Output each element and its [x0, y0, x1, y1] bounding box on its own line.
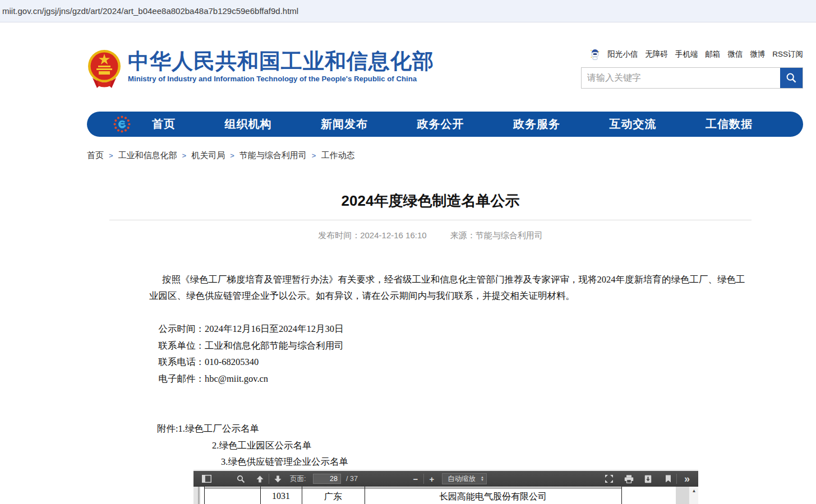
browser-address-bar[interactable]: miit.gov.cn/jgsj/jns/gzdt/art/2024/art_b…: [0, 0, 816, 22]
viewer-left-gutter: [193, 487, 198, 504]
site-container: 中华人民共和国工业和信息化部 Ministry of Industry and …: [87, 23, 803, 161]
download-icon: [644, 475, 652, 483]
breadcrumb-departments[interactable]: 机关司局: [191, 150, 225, 161]
pdf-next-page-button[interactable]: [271, 471, 284, 487]
breadcrumb-separator: >: [230, 151, 234, 160]
scrollbar-up-arrow[interactable]: ▲: [689, 488, 698, 493]
quick-link-weibo[interactable]: 微博: [750, 49, 765, 59]
bookmark-icon: [665, 475, 671, 483]
presentation-mode-button[interactable]: [602, 471, 616, 487]
contact-info: 公示时间：2024年12月16日至2024年12月30日 联系单位：工业和信息化…: [109, 321, 752, 387]
table-cell-serial-number: 1031: [260, 491, 302, 501]
site-title-en: Ministry of Industry and Information Tec…: [128, 75, 434, 83]
pdf-toolbar: 页面: / 37 − + 自动缩放 ▲▼: [193, 471, 698, 487]
article-meta: 发布时间：2024-12-16 16:10 来源：节能与综合利用司: [109, 230, 752, 241]
zoom-mode-select[interactable]: 自动缩放 ▲▼: [442, 473, 487, 484]
attachment-green-industrial-park[interactable]: 2.绿色工业园区公示名单: [212, 437, 752, 454]
site-title-cn: 中华人民共和国工业和信息化部: [128, 50, 434, 72]
zoom-out-button[interactable]: −: [410, 471, 421, 487]
breadcrumb-separator: >: [109, 151, 113, 160]
nav-item-organization[interactable]: 组织机构: [225, 117, 272, 132]
breadcrumb-work-news[interactable]: 工作动态: [321, 150, 354, 161]
select-spinner-icon: ▲▼: [481, 476, 486, 482]
zoom-mode-value: 自动缩放: [442, 474, 481, 484]
info-contact-phone: 联系电话：010-68205340: [149, 354, 752, 371]
breadcrumb-separator: >: [182, 151, 187, 160]
search-icon: [237, 475, 245, 483]
arrow-up-icon: [256, 475, 264, 483]
pdf-find-button[interactable]: [234, 471, 247, 487]
attachment-green-factory[interactable]: 附件:1.绿色工厂公示名单: [157, 420, 752, 437]
title-divider: [109, 220, 752, 220]
quick-link-rss[interactable]: RSS订阅: [772, 49, 803, 59]
search-icon: [786, 72, 797, 84]
site-titles: 中华人民共和国工业和信息化部 Ministry of Industry and …: [128, 50, 434, 83]
header-quick-links: 阳光小信 无障碍 手机端 邮箱 微信 微博 RSS订阅: [589, 49, 803, 60]
page-edge-shadow: [198, 487, 200, 504]
page-number-input[interactable]: [313, 474, 341, 484]
search-input[interactable]: [582, 68, 780, 88]
nav-items: 首页 组织机构 新闻发布 政务公开 政务服务 互动交流 工信数据: [152, 112, 753, 137]
info-contact-unit: 联系单位：工业和信息化部节能与综合利用司: [149, 337, 752, 354]
info-contact-email: 电子邮件：hbc@miit.gov.cn: [149, 371, 752, 387]
table-column-border: [621, 487, 622, 504]
pdf-viewer: 页面: / 37 − + 自动缩放 ▲▼: [193, 470, 698, 504]
mascot-robot-icon: [589, 49, 600, 60]
toolbar-more-button[interactable]: »: [680, 471, 694, 487]
pdf-previous-page-button[interactable]: [253, 471, 266, 487]
miit-gear-logo-icon[interactable]: [113, 115, 131, 133]
download-button[interactable]: [641, 471, 654, 487]
nav-item-gov-open[interactable]: 政务公开: [417, 117, 464, 132]
breadcrumb-home[interactable]: 首页: [87, 150, 104, 161]
table-cell-company: 长园高能电气股份有限公司: [365, 491, 621, 503]
zoom-in-button[interactable]: +: [426, 471, 437, 487]
page-url: miit.gov.cn/jgsj/jns/gzdt/art/2024/art_b…: [2, 6, 298, 16]
nav-item-home[interactable]: 首页: [152, 117, 176, 132]
toolbar-divider: [676, 474, 677, 484]
viewer-right-gutter: [676, 487, 689, 504]
nav-item-interaction[interactable]: 互动交流: [610, 117, 657, 132]
publish-time: 发布时间：2024-12-16 16:10: [318, 230, 426, 240]
fullscreen-icon: [605, 474, 614, 483]
table-cell-province: 广东: [302, 491, 365, 503]
nav-item-gov-service[interactable]: 政务服务: [513, 117, 560, 132]
page-total: / 37: [346, 471, 358, 487]
pdf-page-content: 1031 广东 长园高能电气股份有限公司 ▲: [193, 487, 698, 504]
sidebar-toggle-icon: [202, 475, 211, 483]
breadcrumb-energy-dept[interactable]: 节能与综合利用司: [239, 150, 307, 161]
pdf-scrollbar[interactable]: ▲: [689, 487, 698, 504]
nav-item-news[interactable]: 新闻发布: [321, 117, 368, 132]
breadcrumb-separator: >: [312, 151, 316, 160]
nav-item-data[interactable]: 工信数据: [706, 117, 753, 132]
quick-link-mail[interactable]: 邮箱: [705, 49, 720, 59]
table-row-border: [204, 488, 621, 488]
attachments-list: 附件:1.绿色工厂公示名单 2.绿色工业园区公示名单 3.绿色供应链管理企业公示…: [109, 420, 752, 470]
print-button[interactable]: [622, 471, 635, 487]
breadcrumb: 首页 > 工业和信息化部 > 机关司局 > 节能与综合利用司 > 工作动态: [87, 150, 803, 161]
toolbar-divider: [423, 474, 424, 484]
article-source: 来源：节能与综合利用司: [450, 230, 543, 240]
site-header: 中华人民共和国工业和信息化部 Ministry of Industry and …: [87, 49, 803, 112]
pdf-sidebar-toggle-button[interactable]: [200, 471, 213, 487]
toolbar-divider: [269, 474, 269, 484]
table-column-border: [204, 487, 205, 504]
search-button[interactable]: [780, 68, 803, 88]
quick-link-yangguangxiaoxin[interactable]: 阳光小信: [607, 49, 638, 59]
article: 2024年度绿色制造名单公示 发布时间：2024-12-16 16:10 来源：…: [109, 188, 752, 470]
article-title: 2024年度绿色制造名单公示: [109, 188, 752, 210]
quick-link-wechat[interactable]: 微信: [727, 49, 743, 59]
page-label: 页面:: [290, 471, 306, 487]
article-body: 按照《绿色工厂梯度培育及管理暂行办法》有关要求，经省级工业和信息化主管部门推荐及…: [109, 271, 752, 470]
attachment-green-supply-chain[interactable]: 3.绿色供应链管理企业公示名单: [221, 454, 752, 470]
printer-icon: [624, 475, 634, 483]
national-emblem-logo: [87, 49, 122, 88]
arrow-down-icon: [274, 475, 282, 483]
bookmark-button[interactable]: [661, 471, 675, 487]
main-nav: 首页 组织机构 新闻发布 政务公开 政务服务 互动交流 工信数据: [87, 112, 803, 137]
article-paragraph: 按照《绿色工厂梯度培育及管理暂行办法》有关要求，经省级工业和信息化主管部门推荐及…: [109, 271, 752, 304]
search-bar: [581, 67, 803, 89]
quick-link-accessibility[interactable]: 无障碍: [645, 49, 668, 59]
info-publicity-period: 公示时间：2024年12月16日至2024年12月30日: [149, 321, 752, 337]
breadcrumb-miit[interactable]: 工业和信息化部: [118, 150, 177, 161]
quick-link-mobile[interactable]: 手机端: [675, 49, 698, 59]
